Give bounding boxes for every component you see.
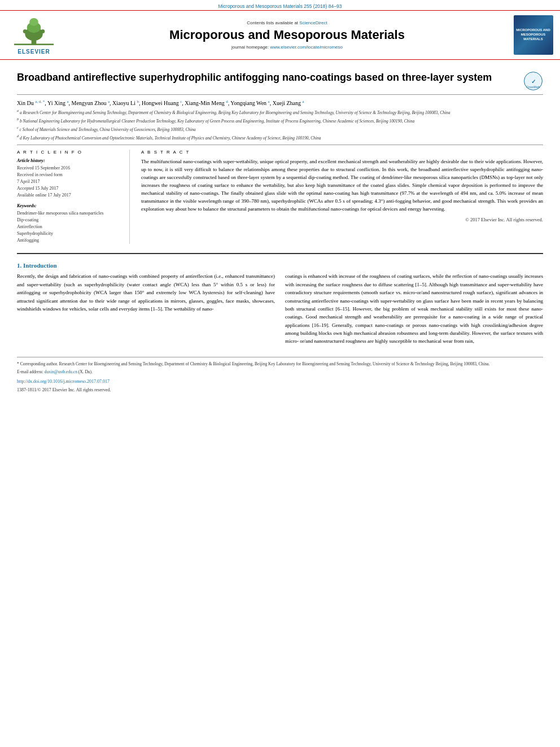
intro-col-right: coatings is enhanced with increase of th…	[285, 272, 543, 349]
affiliation-d: d d Key Laboratory of Photochemical Conv…	[17, 134, 543, 141]
crossmark-icon: ✓ CrossMark	[523, 71, 543, 91]
journal-logo-text: MICROPOROUS AND MESOPOROUS MATERIALS	[516, 28, 551, 41]
authors-section: Xin Du a, d, *, Yi Xing a, Mengyun Zhou …	[17, 95, 543, 145]
affiliation-c: c c School of Materials Science and Tech…	[17, 125, 543, 133]
elsevier-tree-icon	[14, 16, 54, 47]
article-info-header: A R T I C L E I N F O	[17, 150, 121, 155]
intro-text-right: coatings is enhanced with increase of th…	[285, 272, 543, 346]
intro-col-left: Recently, the design and fabrication of …	[17, 272, 275, 349]
authors-line: Xin Du a, d, *, Yi Xing a, Mengyun Zhou …	[17, 99, 543, 106]
available-date: Available online 17 July 2017	[17, 192, 121, 199]
email-link[interactable]: duxin@ustb.edu.cn	[45, 369, 77, 374]
main-content: Broadband antireflective superhydrophili…	[0, 60, 560, 401]
introduction-section: 1. Introduction Recently, the design and…	[17, 259, 543, 352]
journal-center: Contents lists available at ScienceDirec…	[68, 15, 506, 55]
keyword-2: Dip-coating	[17, 217, 121, 224]
contents-available: Contents lists available at ScienceDirec…	[247, 20, 327, 25]
article-title: Broadband antireflective superhydrophili…	[17, 71, 518, 84]
journal-homepage: journal homepage: www.elsevier.com/locat…	[231, 45, 343, 50]
issn-line: 1387-1811/© 2017 Elsevier Inc. All right…	[17, 387, 543, 394]
svg-text:CrossMark: CrossMark	[526, 85, 540, 89]
svg-text:✓: ✓	[531, 78, 536, 85]
received-revised-label: Received in revised form	[17, 172, 121, 178]
keyword-5: Antifogging	[17, 237, 121, 244]
abstract-col: A B S T R A C T The multifunctional nano…	[141, 150, 543, 244]
journal-banner: Microporous and Mesoporous Materials 255…	[0, 0, 560, 10]
affiliation-b: b b National Engineering Laboratory for …	[17, 117, 543, 124]
corresponding-author: * Corresponding author. Research Center …	[17, 361, 543, 367]
affiliation-a: a a Research Center for Bioengineering a…	[17, 108, 543, 116]
authors-text: Xin Du a, d, *, Yi Xing a, Mengyun Zhou …	[17, 100, 304, 106]
article-info-abstract: A R T I C L E I N F O Article history: R…	[17, 145, 543, 248]
footnote-area: * Corresponding author. Research Center …	[17, 357, 543, 394]
abstract-header: A B S T R A C T	[141, 150, 543, 155]
svg-rect-6	[14, 43, 54, 45]
affiliations: a a Research Center for Bioengineering a…	[17, 108, 543, 141]
abstract-text: The multifunctional nano-coatings with s…	[141, 158, 543, 213]
article-info-col: A R T I C L E I N F O Article history: R…	[17, 150, 130, 244]
intro-two-col: Recently, the design and fabrication of …	[17, 272, 543, 349]
article-history-title: Article history:	[17, 158, 121, 163]
copyright: © 2017 Elsevier Inc. All rights reserved…	[141, 217, 543, 222]
keywords-title: Keywords:	[17, 203, 121, 208]
doi-line: http://dx.doi.org/10.1016/j.micromeso.20…	[17, 378, 543, 385]
svg-point-3	[29, 18, 38, 25]
journal-logo-box: MICROPOROUS AND MESOPOROUS MATERIALS	[514, 15, 553, 55]
keywords-section: Keywords: Dendrimer-like mesoporous sili…	[17, 203, 121, 244]
doi-link[interactable]: http://dx.doi.org/10.1016/j.micromeso.20…	[17, 379, 110, 384]
keyword-1: Dendrimer-like mesoporous silica nanopar…	[17, 210, 121, 217]
email-line: E-mail address: duxin@ustb.edu.cn (X. Du…	[17, 369, 543, 375]
intro-title: 1. Introduction	[17, 262, 543, 269]
svg-point-5	[41, 29, 45, 33]
sciencedirect-link[interactable]: ScienceDirect	[299, 20, 327, 25]
elsevier-logo: ELSEVIER	[6, 15, 62, 55]
page: Microporous and Mesoporous Materials 255…	[0, 0, 560, 747]
revised-date: 7 April 2017	[17, 178, 121, 185]
banner-text: Microporous and Mesoporous Materials 255…	[218, 3, 342, 9]
received-date: Received 15 September 2016	[17, 165, 121, 172]
journal-logo-right: MICROPOROUS AND MESOPOROUS MATERIALS	[512, 15, 554, 55]
homepage-link[interactable]: www.elsevier.com/locate/micromeso	[270, 45, 343, 50]
section-divider	[17, 253, 543, 254]
journal-header: ELSEVIER Contents lists available at Sci…	[0, 10, 560, 60]
article-title-section: Broadband antireflective superhydrophili…	[17, 67, 543, 95]
keyword-3: Antireflection	[17, 224, 121, 230]
svg-point-4	[23, 29, 27, 33]
keyword-4: Superhydrophilicity	[17, 230, 121, 237]
journal-title: Microporous and Mesoporous Materials	[169, 28, 405, 42]
elsevier-label: ELSEVIER	[18, 49, 50, 55]
intro-text-left: Recently, the design and fabrication of …	[17, 272, 275, 313]
accepted-date: Accepted 15 July 2017	[17, 185, 121, 192]
